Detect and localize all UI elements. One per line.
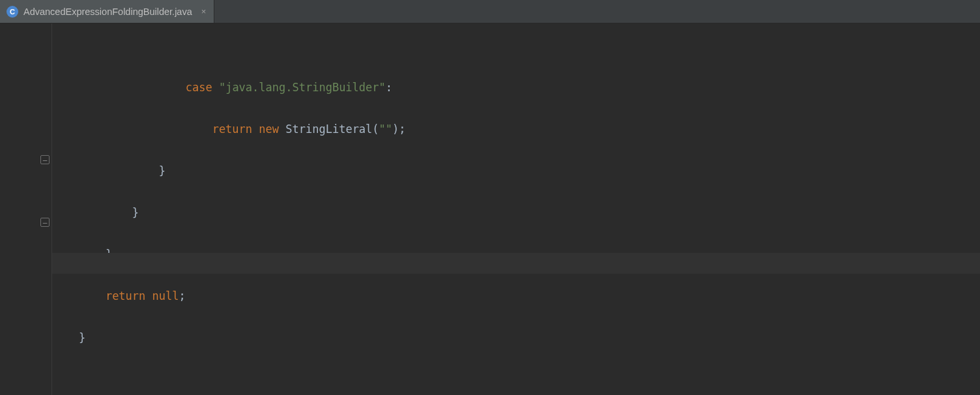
code-line: return new StringLiteral(""); — [52, 119, 980, 139]
code-line: case "java.lang.StringBuilder": — [52, 77, 980, 98]
tab-bar: C AdvancedExpressionFoldingBuilder.java … — [0, 0, 980, 23]
close-icon[interactable]: × — [201, 7, 207, 16]
code-line: } — [52, 160, 980, 181]
class-file-icon: C — [7, 6, 18, 18]
file-tab[interactable]: C AdvancedExpressionFoldingBuilder.java … — [0, 0, 214, 23]
fold-start-icon[interactable]: – — [40, 218, 50, 227]
code-line: } — [52, 202, 980, 223]
code-line: return null; — [52, 285, 980, 306]
code-line — [52, 369, 980, 390]
editor-area: – – case "java.lang.StringBuilder": retu… — [0, 23, 980, 395]
tab-bar-filler — [214, 0, 980, 23]
current-line-highlight — [52, 253, 980, 274]
code-editor[interactable]: case "java.lang.StringBuilder": return n… — [52, 23, 980, 395]
fold-end-icon[interactable]: – — [40, 155, 50, 164]
tab-filename: AdvancedExpressionFoldingBuilder.java — [23, 7, 192, 17]
code-line: } — [52, 327, 980, 348]
gutter: – – — [0, 23, 52, 395]
